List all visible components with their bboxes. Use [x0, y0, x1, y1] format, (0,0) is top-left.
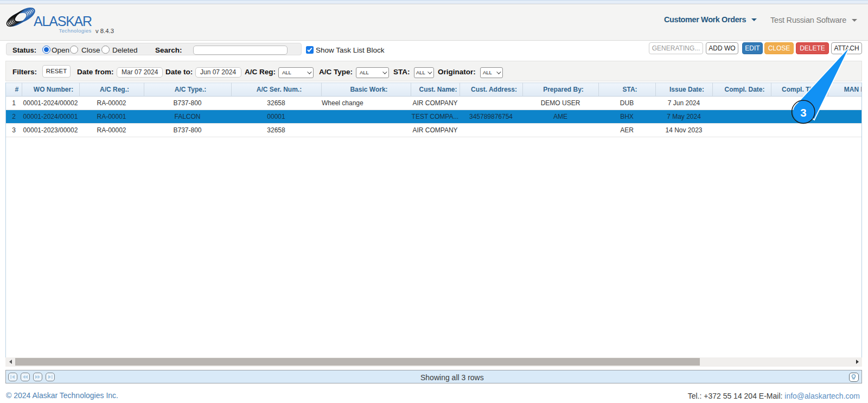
svg-text:3: 3: [800, 106, 806, 119]
svg-text:Technologies: Technologies: [59, 28, 92, 34]
svg-text:ALASKAR: ALASKAR: [34, 14, 92, 29]
svg-text:v 8.4.3: v 8.4.3: [95, 28, 114, 34]
